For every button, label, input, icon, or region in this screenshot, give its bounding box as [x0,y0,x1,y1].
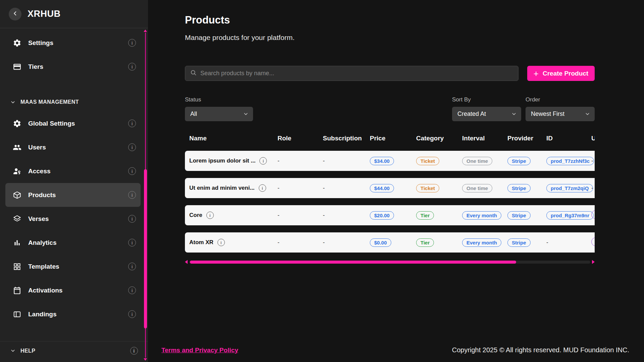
info-icon[interactable] [128,143,136,151]
sidebar-item-label: Verses [28,215,121,223]
chevron-down-icon [511,111,517,117]
scroll-right-arrow-icon[interactable] [592,260,595,264]
section-label: MAAS MANAGEMENT [20,99,138,105]
sidebar-item-label: Access [28,168,121,175]
sidebar-item-analytics[interactable]: Analytics [5,231,141,255]
users-icon [13,143,21,152]
category-badge: Tier [416,211,434,220]
info-icon[interactable] [128,310,136,318]
price-badge: $34.00 [370,157,394,165]
scroll-left-arrow-icon[interactable] [185,260,188,264]
order-select[interactable]: Newest First [526,107,595,121]
layers-icon [13,215,21,223]
provider-badge: Stripe [507,184,531,192]
info-icon[interactable] [128,39,136,47]
product-name: Core [189,212,202,219]
info-icon[interactable] [128,191,136,199]
info-icon[interactable] [259,184,266,192]
info-icon[interactable] [128,120,136,127]
table-row[interactable]: Lorem ipsum dolor sit ... - - $34.00 Tic… [185,151,595,171]
info-icon[interactable] [128,263,136,270]
id-badge: prod_T7zm2qiQ [546,184,593,192]
sidebar-item-products[interactable]: Products [5,183,141,207]
order-value: Newest First [531,110,564,118]
horizontal-scrollbar[interactable] [185,260,595,264]
scrollbar-thumb[interactable] [190,261,516,264]
sidebar-scrollbar[interactable] [143,30,147,361]
layout-icon [13,310,21,319]
scrollbar-thumb[interactable] [144,169,147,328]
info-icon[interactable] [128,286,136,294]
box-icon [13,191,21,199]
sort-by-select[interactable]: Created At [452,107,521,121]
id-badge: prod_Rg37m9nr [546,211,594,220]
sidebar-item-users[interactable]: Users [5,135,141,159]
back-button[interactable] [9,8,21,20]
updated-value: - [591,157,595,164]
info-icon[interactable] [128,239,136,246]
scrollbar-track[interactable] [145,33,146,358]
search-icon [190,69,197,78]
interval-badge: Every month [462,211,501,220]
sidebar-item-tiers[interactable]: Tiers [5,55,141,79]
interval-badge: One time [462,157,492,165]
terms-privacy-link[interactable]: Terms and Privacy Policy [161,347,238,354]
sort-filter-group: Sort By Created At [452,96,521,121]
info-icon[interactable] [128,215,136,223]
chevron-down-icon [585,111,590,117]
sidebar-item-settings[interactable]: Settings [5,31,141,55]
sidebar-section-maas[interactable]: MAAS MANAGEMENT [0,93,148,111]
chevron-down-icon [10,348,16,354]
updated-value: - [591,185,595,191]
sidebar-item-templates[interactable]: Templates [5,255,141,278]
scroll-down-arrow-icon[interactable] [144,358,147,361]
status-filter-group: Status All [185,96,253,121]
status-value: All [190,110,197,118]
info-icon[interactable] [128,167,136,175]
sidebar-item-landings[interactable]: Landings [5,302,141,326]
column-header-id: ID [546,135,591,142]
info-icon[interactable] [128,63,136,71]
column-header-category: Category [416,135,462,142]
info-icon[interactable] [217,239,225,246]
table-row[interactable]: Core - - $20.00 Tier Every month Stripe … [185,205,595,225]
search-box[interactable] [185,66,518,81]
provider-badge: Stripe [507,157,531,165]
table-row[interactable]: Atom XR - - $0.00 Tier Every month Strip… [185,232,595,253]
info-icon[interactable] [259,157,267,165]
product-name: Lorem ipsum dolor sit ... [189,157,255,164]
sidebar-section-help[interactable]: HELP [0,341,148,360]
card-icon [13,62,21,71]
copyright-text: Copyright 2025 © All rights reserved. MU… [452,346,629,354]
sidebar-header: XRHUB [0,0,148,28]
role-value: - [278,239,323,246]
create-product-button[interactable]: Create Product [527,66,595,81]
updated-badge [591,237,595,246]
sort-by-value: Created At [457,110,486,118]
table-row[interactable]: Ut enim ad minim veni... - - $44.00 Tick… [185,178,595,198]
category-badge: Ticket [416,157,439,165]
column-header-name: Name [189,135,278,142]
column-header-provider: Provider [507,135,546,142]
sidebar-item-verses[interactable]: Verses [5,207,141,231]
search-input[interactable] [200,70,513,77]
product-name: Atom XR [189,239,213,246]
table-header-row: Name Role Subscription Price Category In… [185,135,595,142]
products-table: Name Role Subscription Price Category In… [185,135,595,264]
info-icon[interactable] [206,212,214,219]
subscription-value: - [323,239,370,246]
sidebar-item-access[interactable]: Access [5,159,141,183]
scroll-up-arrow-icon[interactable] [144,30,147,32]
provider-badge: Stripe [507,211,531,220]
status-select[interactable]: All [185,107,253,121]
category-badge: Ticket [416,184,439,192]
sidebar-item-activations[interactable]: Activations [5,278,141,302]
calendar-icon [13,286,21,295]
info-icon[interactable] [130,347,138,355]
page-subtitle: Manage products for your platform. [185,34,644,42]
toolbar: Create Product [185,66,595,81]
sidebar-item-label: Tiers [28,63,121,71]
scrollbar-track[interactable] [189,261,590,264]
sidebar-item-global-settings[interactable]: Global Settings [5,111,141,135]
price-badge: $44.00 [370,184,394,192]
